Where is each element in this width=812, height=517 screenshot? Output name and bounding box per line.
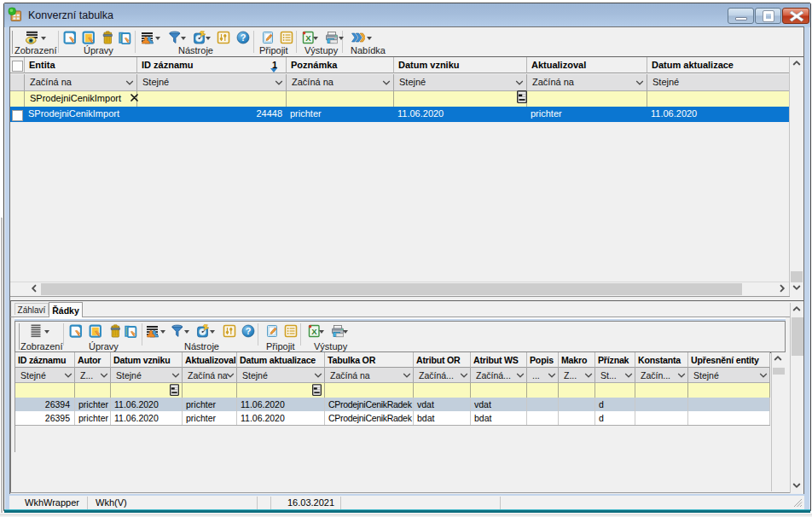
svg-text:X: X [311,327,317,336]
svg-text:?: ? [246,326,252,336]
svg-text:X: X [305,33,311,43]
svg-text:?: ? [241,32,246,43]
